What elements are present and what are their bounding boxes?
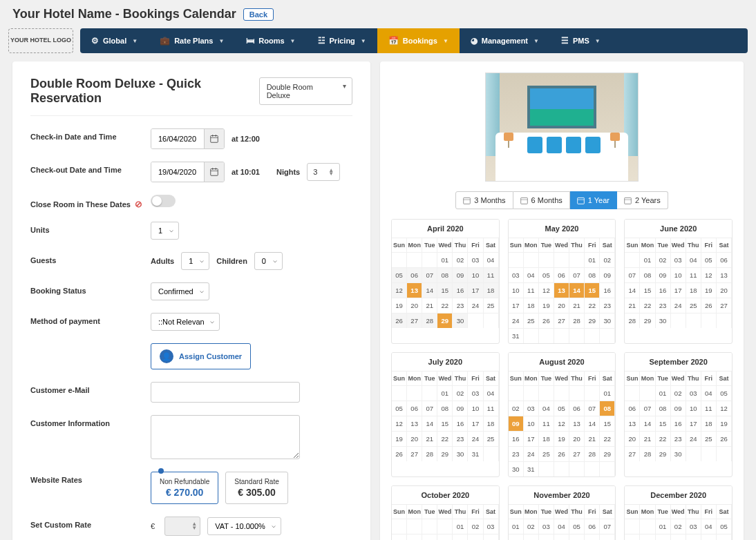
- rate-option[interactable]: Non Refundable€ 270.00: [151, 472, 218, 504]
- day-cell[interactable]: 30: [656, 313, 671, 328]
- day-cell[interactable]: 01: [453, 519, 468, 534]
- back-button[interactable]: Back: [243, 8, 274, 21]
- day-cell[interactable]: 06: [407, 401, 422, 416]
- day-cell[interactable]: 06: [585, 519, 600, 534]
- custom-rate-input[interactable]: ▲▼: [164, 517, 200, 536]
- day-cell[interactable]: 09: [600, 267, 615, 282]
- period-3-months[interactable]: 3 Months: [455, 191, 513, 209]
- day-cell[interactable]: 29: [437, 446, 453, 461]
- day-cell[interactable]: 04: [554, 519, 569, 534]
- day-cell[interactable]: 23: [656, 298, 671, 313]
- day-cell[interactable]: 03: [468, 385, 483, 401]
- day-cell[interactable]: 13: [554, 282, 569, 298]
- day-cell[interactable]: 18: [484, 282, 499, 298]
- day-cell[interactable]: 21: [625, 298, 640, 313]
- day-cell[interactable]: 01: [585, 252, 600, 267]
- nav-pms[interactable]: ☰PMS▼: [550, 28, 612, 53]
- day-cell[interactable]: 01: [640, 252, 655, 267]
- rate-option[interactable]: Standard Rate€ 305.00: [225, 472, 288, 504]
- nav-bookings[interactable]: 📅Bookings▼: [377, 28, 460, 53]
- day-cell[interactable]: 25: [484, 298, 499, 313]
- day-cell[interactable]: 25: [539, 446, 554, 461]
- day-cell[interactable]: 10: [484, 534, 499, 540]
- day-cell[interactable]: 06: [625, 401, 640, 416]
- period-6-months[interactable]: 6 Months: [513, 191, 570, 209]
- day-cell[interactable]: 08: [509, 534, 524, 540]
- day-cell[interactable]: 25: [524, 313, 539, 328]
- day-cell[interactable]: 11: [701, 401, 717, 416]
- period-1-year[interactable]: 1 Year: [570, 191, 617, 209]
- day-cell[interactable]: 04: [701, 385, 717, 401]
- day-cell[interactable]: 09: [524, 534, 539, 540]
- day-cell[interactable]: 22: [600, 431, 615, 446]
- day-cell[interactable]: 02: [656, 252, 671, 267]
- day-cell[interactable]: 02: [453, 385, 468, 401]
- day-cell[interactable]: 16: [509, 431, 524, 446]
- day-cell[interactable]: 02: [453, 252, 468, 267]
- day-cell[interactable]: 30: [671, 446, 686, 461]
- day-cell[interactable]: 10: [509, 282, 524, 298]
- day-cell[interactable]: 17: [468, 282, 483, 298]
- day-cell[interactable]: 16: [656, 282, 671, 298]
- day-cell[interactable]: 27: [554, 313, 569, 328]
- day-cell[interactable]: 12: [392, 282, 407, 298]
- email-input[interactable]: [151, 382, 300, 403]
- day-cell[interactable]: 09: [453, 267, 468, 282]
- day-cell[interactable]: 20: [407, 431, 422, 446]
- day-cell[interactable]: 31: [468, 446, 483, 461]
- day-cell[interactable]: 14: [585, 416, 600, 431]
- day-cell[interactable]: 05: [717, 385, 732, 401]
- day-cell[interactable]: 12: [717, 534, 732, 540]
- day-cell[interactable]: 22: [585, 298, 600, 313]
- day-cell[interactable]: 21: [640, 431, 655, 446]
- day-cell[interactable]: 07: [437, 534, 453, 540]
- day-cell[interactable]: 24: [686, 431, 701, 446]
- day-cell[interactable]: 14: [625, 282, 640, 298]
- day-cell[interactable]: 05: [539, 267, 554, 282]
- day-cell[interactable]: 15: [585, 282, 600, 298]
- day-cell[interactable]: 08: [600, 401, 615, 416]
- day-cell[interactable]: 18: [686, 282, 701, 298]
- day-cell[interactable]: 13: [407, 282, 422, 298]
- day-cell[interactable]: 04: [484, 252, 499, 267]
- day-cell[interactable]: 31: [524, 461, 539, 476]
- day-cell[interactable]: 19: [392, 298, 407, 313]
- day-cell[interactable]: 14: [569, 282, 585, 298]
- day-cell[interactable]: 09: [671, 401, 686, 416]
- day-cell[interactable]: 07: [422, 401, 437, 416]
- checkin-calendar-icon[interactable]: [204, 129, 224, 148]
- day-cell[interactable]: 19: [392, 431, 407, 446]
- day-cell[interactable]: 10: [686, 534, 701, 540]
- day-cell[interactable]: 27: [717, 298, 732, 313]
- day-cell[interactable]: 07: [625, 267, 640, 282]
- day-cell[interactable]: 07: [585, 401, 600, 416]
- day-cell[interactable]: 07: [422, 267, 437, 282]
- day-cell[interactable]: 29: [656, 446, 671, 461]
- day-cell[interactable]: 08: [437, 401, 453, 416]
- day-cell[interactable]: 03: [686, 519, 701, 534]
- day-cell[interactable]: 06: [625, 534, 640, 540]
- day-cell[interactable]: 16: [671, 416, 686, 431]
- day-cell[interactable]: 30: [453, 313, 468, 328]
- day-cell[interactable]: 13: [625, 416, 640, 431]
- day-cell[interactable]: 29: [585, 313, 600, 328]
- day-cell[interactable]: 01: [656, 385, 671, 401]
- day-cell[interactable]: 17: [686, 416, 701, 431]
- day-cell[interactable]: 04: [392, 534, 407, 540]
- day-cell[interactable]: 04: [686, 252, 701, 267]
- period-2-years[interactable]: 2 Years: [617, 191, 668, 209]
- day-cell[interactable]: 09: [656, 267, 671, 282]
- day-cell[interactable]: 08: [453, 534, 468, 540]
- day-cell[interactable]: 15: [437, 282, 453, 298]
- day-cell[interactable]: 24: [509, 313, 524, 328]
- day-cell[interactable]: 12: [539, 282, 554, 298]
- day-cell[interactable]: 18: [484, 416, 499, 431]
- day-cell[interactable]: 06: [569, 401, 585, 416]
- day-cell[interactable]: 04: [539, 401, 554, 416]
- day-cell[interactable]: 11: [701, 534, 717, 540]
- nav-pricing[interactable]: ☳Pricing▼: [307, 28, 377, 53]
- checkout-calendar-icon[interactable]: [204, 162, 224, 182]
- day-cell[interactable]: 01: [509, 519, 524, 534]
- day-cell[interactable]: 24: [468, 298, 483, 313]
- day-cell[interactable]: 19: [701, 282, 717, 298]
